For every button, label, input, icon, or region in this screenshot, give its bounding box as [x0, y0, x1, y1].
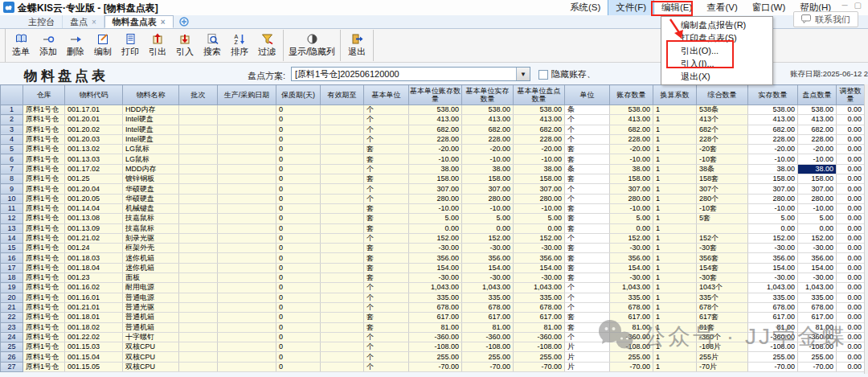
table-cell[interactable]: -30.00: [748, 244, 798, 253]
table-cell[interactable]: 条: [565, 105, 610, 115]
table-cell[interactable]: 0.00: [837, 244, 865, 253]
table-cell[interactable]: 个: [364, 283, 409, 293]
table-cell[interactable]: 1: [653, 125, 697, 134]
table-cell[interactable]: 154.00: [462, 263, 514, 273]
table-cell[interactable]: 228个: [697, 134, 748, 144]
new-tab-icon[interactable]: [174, 15, 194, 28]
table-cell[interactable]: 280.00: [462, 194, 514, 203]
table-cell[interactable]: 538.00: [514, 105, 565, 115]
table-cell[interactable]: -108.00: [409, 342, 462, 352]
table-cell[interactable]: -108.00: [748, 342, 798, 352]
table-cell[interactable]: 001.13.02: [65, 145, 123, 154]
table-cell[interactable]: 0: [276, 164, 321, 174]
table-cell[interactable]: [179, 194, 218, 203]
table-cell[interactable]: 538.00: [610, 105, 653, 115]
table-cell[interactable]: 1,043.00: [409, 283, 462, 293]
table-cell[interactable]: 682.00: [462, 125, 514, 134]
table-cell[interactable]: 255.00: [798, 352, 837, 362]
table-cell[interactable]: 413.00: [798, 115, 837, 125]
table-cell[interactable]: 0: [276, 263, 321, 273]
table-cell[interactable]: [179, 352, 218, 362]
table-cell[interactable]: [179, 362, 218, 371]
table-cell[interactable]: [179, 342, 218, 352]
table-cell[interactable]: HDD内存: [123, 105, 179, 115]
table-cell[interactable]: [321, 283, 364, 293]
table-cell[interactable]: 678.00: [514, 302, 565, 312]
table-cell[interactable]: 1,043.00: [798, 283, 837, 293]
table-cell[interactable]: 38条: [697, 164, 748, 174]
table-cell[interactable]: 个: [364, 342, 409, 352]
table-cell[interactable]: 套: [565, 223, 610, 233]
table-cell[interactable]: 套: [364, 145, 409, 154]
table-cell[interactable]: [321, 203, 364, 213]
table-cell[interactable]: 5套: [697, 214, 748, 223]
file-menu-item[interactable]: 引出(O)...: [661, 44, 772, 57]
table-cell[interactable]: 154.00: [748, 263, 798, 273]
table-cell[interactable]: 1: [653, 105, 697, 115]
table-cell[interactable]: [179, 302, 218, 312]
table-cell[interactable]: 356.00: [514, 253, 565, 263]
table-cell[interactable]: [218, 203, 276, 213]
table-cell[interactable]: [321, 105, 364, 115]
table-cell[interactable]: 001.16.02: [65, 283, 123, 293]
row-number[interactable]: 5: [1, 145, 23, 154]
table-cell[interactable]: 0.00: [837, 154, 865, 164]
column-header[interactable]: 基本单位实存数量: [462, 85, 514, 105]
table-cell[interactable]: 普通机箱: [123, 313, 179, 322]
table-cell[interactable]: 152.00: [610, 233, 653, 243]
table-cell[interactable]: 154.00: [409, 263, 462, 273]
table-cell[interactable]: -10.00: [610, 203, 653, 213]
table-cell[interactable]: [218, 184, 276, 194]
table-cell[interactable]: 技嘉鼠标: [123, 214, 179, 223]
table-cell[interactable]: [697, 223, 748, 233]
table-cell[interactable]: [218, 322, 276, 332]
table-cell[interactable]: -10.00: [610, 154, 653, 164]
table-cell[interactable]: 原料1号仓: [23, 154, 65, 164]
table-cell[interactable]: -360.00: [514, 332, 565, 342]
row-number[interactable]: 17: [1, 263, 23, 273]
restore-button[interactable]: ▢: [854, 1, 862, 10]
table-cell[interactable]: 280.00: [798, 194, 837, 203]
table-cell[interactable]: -360.00: [409, 332, 462, 342]
table-cell[interactable]: [179, 283, 218, 293]
table-cell[interactable]: 1: [653, 283, 697, 293]
row-number[interactable]: 26: [1, 352, 23, 362]
table-cell[interactable]: 0.00: [837, 263, 865, 273]
table-cell[interactable]: 0: [276, 105, 321, 115]
table-cell[interactable]: 5.00: [748, 214, 798, 223]
table-cell[interactable]: 1,043.00: [610, 283, 653, 293]
table-cell[interactable]: 0: [276, 194, 321, 203]
table-cell[interactable]: 001.23: [65, 273, 123, 283]
table-cell[interactable]: 617.00: [514, 313, 565, 322]
table-cell[interactable]: 1: [653, 302, 697, 312]
table-cell[interactable]: [321, 322, 364, 332]
table-cell[interactable]: 原料1号仓: [23, 352, 65, 362]
table-cell[interactable]: 158.00: [748, 174, 798, 184]
table-cell[interactable]: 0.00: [837, 194, 865, 203]
table-cell[interactable]: [321, 115, 364, 125]
menubar-item[interactable]: 系统(S): [563, 0, 608, 15]
添加-button[interactable]: 添加: [35, 29, 62, 62]
table-cell[interactable]: 678.00: [409, 302, 462, 312]
table-cell[interactable]: 框架外壳: [123, 244, 179, 253]
row-number[interactable]: 10: [1, 194, 23, 203]
table-cell[interactable]: 0: [276, 184, 321, 194]
column-header[interactable]: 换算系数: [653, 85, 697, 105]
row-number[interactable]: 20: [1, 293, 23, 302]
排序-button[interactable]: AZ排序: [226, 29, 253, 62]
table-cell[interactable]: 0.00: [837, 233, 865, 243]
table-cell[interactable]: 条: [565, 164, 610, 174]
table-cell[interactable]: 678.00: [798, 302, 837, 312]
table-cell[interactable]: 617.00: [610, 313, 653, 322]
table-cell[interactable]: [179, 322, 218, 332]
table-cell[interactable]: 原料1号仓: [23, 134, 65, 144]
table-cell[interactable]: 个: [364, 134, 409, 144]
table-cell[interactable]: [321, 233, 364, 243]
table-cell[interactable]: [218, 214, 276, 223]
table-cell[interactable]: 0.00: [837, 253, 865, 263]
table-cell[interactable]: 280.00: [514, 194, 565, 203]
table-cell[interactable]: 335.00: [798, 293, 837, 302]
table-cell[interactable]: Intel硬盘: [123, 134, 179, 144]
table-cell[interactable]: 228.00: [748, 134, 798, 144]
table-cell[interactable]: 普通机箱: [123, 322, 179, 332]
